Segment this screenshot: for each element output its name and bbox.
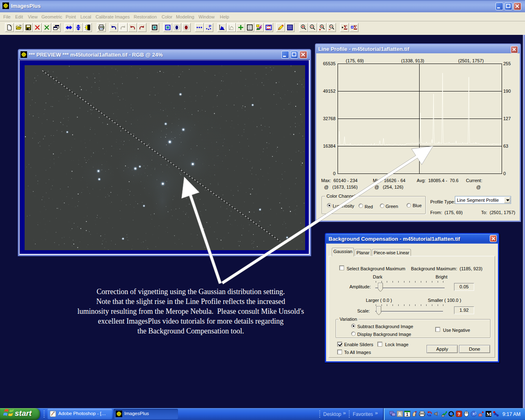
svg-text:Σ: Σ xyxy=(344,25,347,31)
svg-text:M: M xyxy=(486,411,491,417)
svg-text:Σ: Σ xyxy=(354,25,357,31)
svg-text:A: A xyxy=(398,412,401,416)
svg-text:1: 1 xyxy=(406,412,409,417)
svg-text:P: P xyxy=(209,24,211,28)
svg-text:?: ? xyxy=(458,412,461,417)
